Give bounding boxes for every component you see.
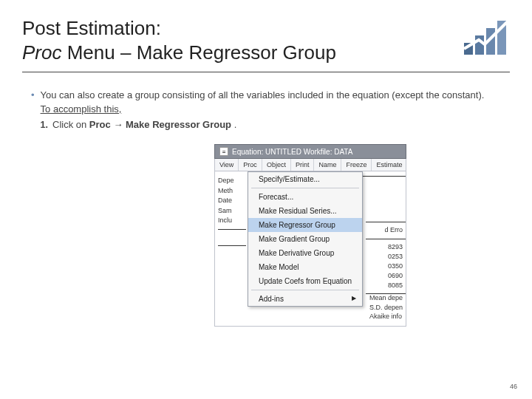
menu-make-derivative-group[interactable]: Make Derivative Group: [248, 246, 362, 260]
menu-make-residual[interactable]: Make Residual Series...: [248, 204, 362, 218]
output-left-labels: Depe Meth Date Sam Inclu: [215, 171, 248, 326]
menu-addins[interactable]: Add-ins ▶: [248, 292, 362, 306]
toolbar-object[interactable]: Object: [262, 159, 291, 171]
title-line-2: Proc Menu – Make Regressor Group: [22, 41, 510, 65]
step-number: 1.: [41, 118, 48, 132]
proc-menu: Specify/Estimate... Forecast... Make Res…: [248, 171, 363, 307]
menu-make-regressor-group[interactable]: Make Regressor Group: [248, 218, 362, 232]
output-right-column: d Erro 8293 0253 0350 0690 8085 Mean dep…: [366, 171, 406, 326]
toolbar-name[interactable]: Name: [314, 159, 341, 171]
menu-forecast[interactable]: Forecast...: [248, 190, 362, 204]
window-content: Depe Meth Date Sam Inclu Specify/Estimat…: [214, 171, 406, 327]
step-text: Click on Proc → Make Regressor Group .: [52, 118, 236, 132]
bullet-text: You can also create a group consisting o…: [41, 89, 485, 100]
toolbar-print[interactable]: Print: [291, 159, 315, 171]
toolbar-proc[interactable]: Proc: [239, 159, 262, 171]
toolbar-view[interactable]: View: [215, 159, 239, 171]
toolbar-estimate[interactable]: Estimate: [372, 159, 406, 171]
submenu-arrow-icon: ▶: [352, 295, 356, 301]
title-line-1: Post Estimation:: [22, 16, 510, 41]
body-text: • You can also create a group consisting…: [22, 89, 510, 132]
equation-icon: =: [219, 147, 228, 156]
window-title-text: Equation: UNTITLED Workfile: DATA: [232, 148, 352, 156]
menu-make-gradient-group[interactable]: Make Gradient Group: [248, 232, 362, 246]
title-divider: [22, 72, 510, 72]
accomplish-text: To accomplish this,: [41, 103, 122, 115]
menu-make-model[interactable]: Make Model: [248, 260, 362, 274]
page-number: 46: [510, 383, 517, 390]
toolbar-freeze[interactable]: Freeze: [341, 159, 372, 171]
window-titlebar: = Equation: UNTITLED Workfile: DATA: [214, 144, 406, 159]
eviews-window: = Equation: UNTITLED Workfile: DATA View…: [214, 144, 406, 327]
bullet-icon: •: [31, 89, 35, 132]
window-toolbar: View Proc Object Print Name Freeze Estim…: [214, 159, 406, 171]
slide-title: Post Estimation: Proc Menu – Make Regres…: [22, 16, 510, 72]
menu-specify-estimate[interactable]: Specify/Estimate...: [248, 172, 362, 186]
menu-update-coefs[interactable]: Update Coefs from Equation: [248, 274, 362, 288]
